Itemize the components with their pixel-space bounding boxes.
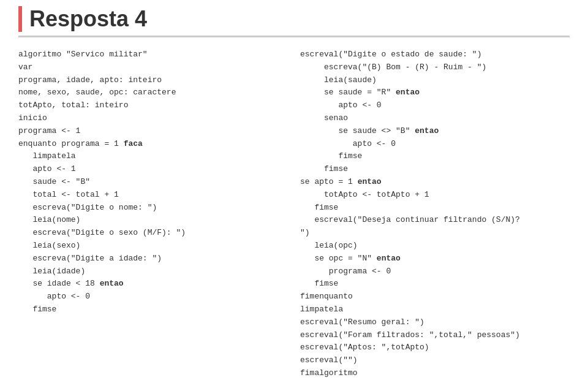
- code-line: fimse: [300, 150, 570, 163]
- code-line: apto <- 0: [300, 99, 570, 112]
- code-line: fimse: [300, 202, 570, 215]
- code-line: totApto <- totApto + 1: [300, 189, 570, 202]
- page: Resposta 4 algoritmo "Servico militar"va…: [0, 0, 588, 380]
- code-line: se saude = "R" entao: [300, 86, 570, 99]
- code-line: escreval("Digite o estado de saude: "): [300, 48, 570, 61]
- code-line: escreval("Aptos: ",totApto): [300, 341, 570, 354]
- content-area: algoritmo "Servico militar"varprograma, …: [0, 37, 588, 380]
- code-line: total <- total + 1: [18, 189, 288, 202]
- code-line: leia(nome): [18, 214, 288, 227]
- code-line: escreva("(B) Bom - (R) - Ruim - "): [300, 61, 570, 74]
- code-line: totApto, total: inteiro: [18, 99, 288, 112]
- code-line: escreva("Digite o nome: "): [18, 202, 288, 215]
- right-column: escreval("Digite o estado de saude: ") e…: [300, 48, 570, 380]
- code-line: fimse: [300, 278, 570, 291]
- code-line: algoritmo "Servico militar": [18, 48, 288, 61]
- code-line: fimse: [18, 303, 288, 316]
- code-line: programa <- 1: [18, 125, 288, 138]
- accent-bar: [18, 6, 22, 32]
- code-line: escreva("Digite o sexo (M/F): "): [18, 227, 288, 240]
- code-line: se saude <> "B" entao: [300, 125, 570, 138]
- code-line: enquanto programa = 1 faca: [18, 138, 288, 151]
- code-line: saude <- "B": [18, 176, 288, 189]
- code-line: apto <- 1: [18, 163, 288, 176]
- code-line: leia(idade): [18, 265, 288, 278]
- code-line: escreval("Deseja continuar filtrando (S/…: [300, 214, 570, 227]
- code-line: programa, idade, apto: inteiro: [18, 74, 288, 87]
- code-line: escreval(""): [300, 354, 570, 367]
- left-column: algoritmo "Servico militar"varprograma, …: [18, 48, 288, 380]
- code-line: escreva("Digite a idade: "): [18, 253, 288, 265]
- header: Resposta 4: [0, 0, 588, 32]
- code-line: limpatela: [18, 150, 288, 163]
- code-line: escreval("Foram filtrados: ",total," pes…: [300, 329, 570, 342]
- code-line: "): [300, 227, 570, 240]
- code-line: leia(opc): [300, 240, 570, 253]
- code-line: limpatela: [300, 303, 570, 316]
- code-line: programa <- 0: [300, 265, 570, 278]
- code-line: inicio: [18, 112, 288, 125]
- code-line: se apto = 1 entao: [300, 176, 570, 189]
- code-line: fimalgoritmo: [300, 367, 570, 380]
- code-line: fimse: [300, 163, 570, 176]
- code-line: escreval("Resumo geral: "): [300, 316, 570, 329]
- code-line: apto <- 0: [18, 291, 288, 303]
- code-line: fimenquanto: [300, 291, 570, 303]
- code-line: se opc = "N" entao: [300, 253, 570, 265]
- code-line: apto <- 0: [300, 138, 570, 151]
- code-line: leia(sexo): [18, 240, 288, 253]
- page-title: Resposta 4: [29, 6, 147, 32]
- code-line: var: [18, 61, 288, 74]
- code-line: nome, sexo, saude, opc: caractere: [18, 86, 288, 99]
- code-line: se idade < 18 entao: [18, 278, 288, 291]
- code-line: senao: [300, 112, 570, 125]
- code-line: leia(saude): [300, 74, 570, 87]
